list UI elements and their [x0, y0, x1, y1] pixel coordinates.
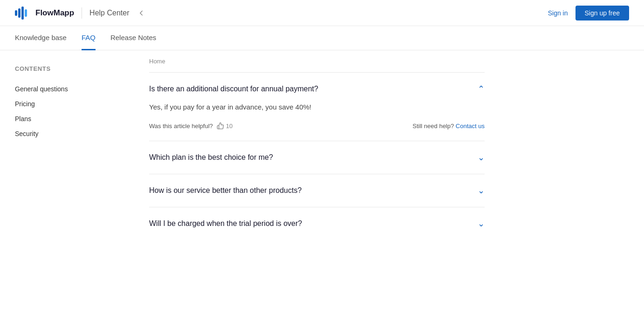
- svg-rect-2: [21, 7, 24, 20]
- svg-rect-1: [18, 8, 21, 18]
- faq-question-service-better: How is our service better than other pro…: [149, 186, 301, 195]
- header-left: FlowMapp Help Center: [15, 7, 146, 20]
- faq-header-trial-charge[interactable]: Will I be charged when the trial period …: [149, 219, 485, 229]
- helpful-count: 10: [226, 123, 233, 130]
- faq-header-best-plan[interactable]: Which plan is the best choice for me? ⌄: [149, 152, 485, 163]
- tab-release-notes[interactable]: Release Notes: [110, 26, 156, 50]
- tab-knowledge-base[interactable]: Knowledge base: [15, 26, 67, 50]
- thumbs-up-icon: [217, 122, 224, 130]
- sidebar-item-plans[interactable]: Plans: [15, 111, 116, 126]
- helpful-area: Was this article helpful? 10: [149, 122, 233, 130]
- content-area: Home Is there an additional discount for…: [130, 50, 503, 320]
- header-divider: [82, 7, 82, 19]
- faq-header-annual-discount[interactable]: Is there an additional discount for annu…: [149, 84, 485, 94]
- still-need-help: Still need help? Contact us: [412, 123, 485, 130]
- faq-item-annual-discount: Is there an additional discount for annu…: [149, 72, 485, 141]
- sidebar-item-general-questions[interactable]: General questions: [15, 82, 116, 96]
- faq-item-best-plan: Which plan is the best choice for me? ⌄: [149, 141, 485, 174]
- help-center-title: Help Center: [89, 9, 129, 17]
- sign-in-link[interactable]: Sign in: [548, 9, 568, 17]
- contact-us-link[interactable]: Contact us: [456, 123, 485, 130]
- sign-up-button[interactable]: Sign up free: [575, 6, 630, 20]
- faq-item-service-better: How is our service better than other pro…: [149, 174, 485, 207]
- sidebar-item-security[interactable]: Security: [15, 126, 116, 141]
- faq-answer-annual-discount: Yes, if you pay for a year in advance, y…: [149, 102, 485, 113]
- svg-rect-3: [25, 9, 27, 17]
- helpful-label: Was this article helpful?: [149, 123, 213, 130]
- tab-faq[interactable]: FAQ: [82, 26, 96, 50]
- chevron-down-icon-3: ⌄: [478, 219, 485, 229]
- svg-rect-0: [15, 10, 17, 16]
- chevron-up-icon: ⌃: [478, 84, 485, 94]
- faq-header-service-better[interactable]: How is our service better than other pro…: [149, 185, 485, 196]
- sidebar-item-pricing[interactable]: Pricing: [15, 96, 116, 111]
- faq-question-best-plan: Which plan is the best choice for me?: [149, 153, 273, 162]
- faq-item-trial-charge: Will I be charged when the trial period …: [149, 207, 485, 240]
- main-layout: Contents General questions Pricing Plans…: [0, 50, 644, 320]
- chevron-down-icon-2: ⌄: [478, 185, 485, 196]
- faq-question-annual-discount: Is there an additional discount for annu…: [149, 85, 318, 93]
- back-icon[interactable]: [137, 8, 146, 18]
- still-need-help-label: Still need help?: [412, 123, 454, 130]
- breadcrumb[interactable]: Home: [149, 50, 485, 72]
- logo-text: FlowMapp: [35, 8, 74, 18]
- flowmapp-logo-icon: [15, 7, 32, 20]
- header-right: Sign in Sign up free: [548, 6, 629, 20]
- logo-area[interactable]: FlowMapp: [15, 7, 74, 20]
- logo-svg: [15, 7, 32, 20]
- nav-tabs: Knowledge base FAQ Release Notes: [0, 26, 644, 50]
- faq-question-trial-charge: Will I be charged when the trial period …: [149, 219, 302, 228]
- thumbs-up-button[interactable]: 10: [217, 122, 233, 130]
- sidebar-title: Contents: [15, 65, 116, 72]
- faq-footer-annual-discount: Was this article helpful? 10 Still need …: [149, 122, 485, 130]
- header: FlowMapp Help Center Sign in Sign up fre…: [0, 0, 644, 26]
- chevron-down-icon-1: ⌄: [478, 152, 485, 163]
- sidebar: Contents General questions Pricing Plans…: [0, 50, 130, 320]
